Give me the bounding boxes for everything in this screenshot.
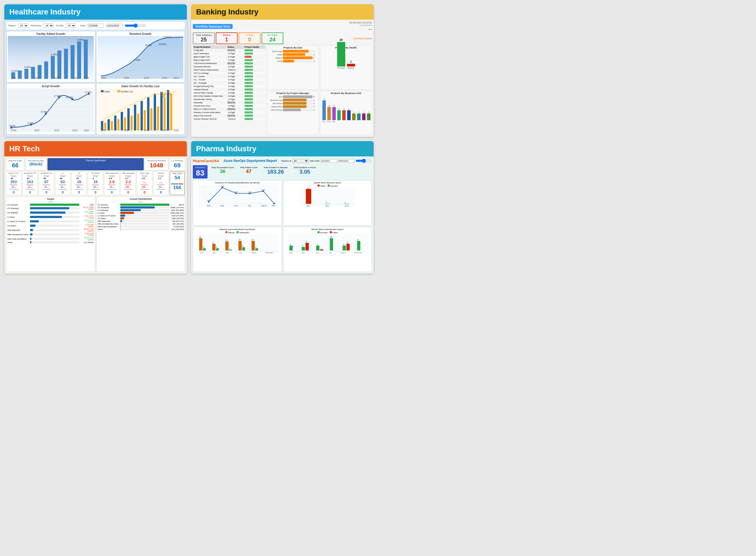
bar-extralarge: Extra Large 7 <box>268 50 318 53</box>
pharma-card: Pharma Industry PharmCareUSA Azure DevOp… <box>191 141 374 274</box>
svg-rect-152 <box>196 234 278 253</box>
svg-text:3: 3 <box>302 245 303 247</box>
svg-text:0.84%: 0.84% <box>9 125 16 127</box>
offer-select-col: Offer Select 54 Overall Joins 166 <box>170 171 185 195</box>
healthcare-body: Region All Pharmacy All Facility All Dat… <box>4 20 187 137</box>
pharmacy-select[interactable]: All <box>44 24 54 28</box>
svg-text:September: September <box>354 252 362 253</box>
svg-text:4: 4 <box>290 243 291 245</box>
manual-report-chart: Month Wise Manual report Failed Succeed … <box>283 180 372 226</box>
svg-rect-75 <box>137 114 139 130</box>
pharma-subtitle: Azure DevOps Depolyment Report <box>222 159 279 163</box>
hard-copy-col: Hard Copy Target1.9 ... Required Inf... … <box>137 171 152 195</box>
svg-rect-106 <box>367 113 371 120</box>
svg-rect-71 <box>111 121 112 131</box>
hrtech-card: HR Tech Elapsed Days 66 Remaining Days (… <box>4 141 187 274</box>
end-date-input[interactable] <box>338 159 355 163</box>
kpi-atrisk: At Risk 0 <box>239 32 260 44</box>
table-row: G/L + Axiom In-Flight OnTrack <box>193 75 266 78</box>
svg-text:3.23: 3.23 <box>261 189 265 191</box>
svg-text:June: June <box>315 252 319 253</box>
svg-rect-159 <box>216 248 219 250</box>
minutes-kpi: Total Duration In Minutes 183.26 <box>261 165 290 178</box>
svg-text:Sep: Sep <box>272 205 275 207</box>
kpi-behind: Behind 1 <box>216 32 237 44</box>
svg-text:15.91%: 15.91% <box>163 36 171 38</box>
date-label: Date <box>80 24 85 27</box>
pb-cv-sourced: CV Sourced 1100 <box>7 204 94 206</box>
pipeline-id-select[interactable]: All <box>292 159 309 163</box>
svg-rect-163 <box>229 250 232 250</box>
pharma-body: PharmCareUSA Azure DevOps Depolyment Rep… <box>191 157 374 274</box>
svg-rect-78 <box>157 107 159 131</box>
svg-text:1: 1 <box>368 111 369 113</box>
svg-text:6: 6 <box>347 241 348 243</box>
manager-bar-chart: N/A 5 Business Unit 4 Julie Brown <box>268 95 318 111</box>
healthcare-title: Healthcare Industry <box>4 4 187 20</box>
svg-text:4.09: 4.09 <box>220 185 224 187</box>
table-row: Passcode Landed OnTrack <box>193 101 266 104</box>
individual-svg: 4 3 5 4 1 10 4 <box>285 234 371 253</box>
date-slider[interactable] <box>125 23 146 28</box>
region-select[interactable]: All <box>18 24 28 28</box>
svg-text:April: April <box>289 252 293 253</box>
healthcare-charts-grid: Facility Added Growth <box>6 31 185 135</box>
pharma-title: Pharma Industry <box>191 141 374 157</box>
svg-rect-146 <box>344 204 349 204</box>
pb-hard-copy: Hard Copy acceptance 94.62 | 123 (100%) <box>7 237 94 241</box>
date-to[interactable] <box>106 24 123 28</box>
table-row: Asset Verification In-Flight OnTrack <box>193 52 266 55</box>
svg-rect-197 <box>357 241 360 250</box>
banking-right-panels: Projects By Health 24 On Track 1 Behind <box>320 45 372 135</box>
vbar-behind: 1 Behind <box>347 60 355 69</box>
manual-individual-legend: Manual IndividualCI <box>194 231 281 234</box>
pharma-kpi-row: Total Runs 83 Total Succeeded Count 36 T… <box>193 165 372 178</box>
bar-jb: Julie Brown 4 <box>268 102 318 105</box>
svg-text:2010: 2010 <box>144 77 149 79</box>
svg-rect-32 <box>8 88 94 132</box>
pipeline-id-label: Pipeline Id <box>281 160 291 162</box>
table-row: PowerFrame Docs In-Flight OnTrack <box>193 104 266 108</box>
apb-cv-selected: CV Selected 6401 (60.48%) <box>98 209 184 211</box>
target-chart: Target 100% CV Sourced 1100 CV Screened … <box>6 196 95 272</box>
table-row: Hubkey Intranet In-Flight OnTrack <box>193 88 266 91</box>
apb-offer-accepted: Offer Accepted by Candi... 190 (100.8%) <box>98 223 184 225</box>
svg-text:April: April <box>306 205 310 207</box>
tg-select-col: TG Select Target9 16 Required -In... Yes… <box>88 171 103 195</box>
banking-body: Portfolio Summary View 02-09-2022 00:02:… <box>191 20 374 137</box>
svg-text:April: April <box>207 205 210 207</box>
script-growth-chart: Script Growth <box>6 83 95 135</box>
svg-text:2020: 2020 <box>173 77 178 79</box>
svg-rect-65 <box>140 101 143 131</box>
date-range-slider[interactable] <box>356 158 372 164</box>
l1-pending-box: L1 Pending 69 <box>169 158 185 170</box>
pharma-charts-grid: Variance of TotalDurationMinutes by Mont… <box>193 180 372 272</box>
facility-select[interactable]: All <box>66 24 76 28</box>
facility-growth-svg: 0.12% 0.39% 3.30% 4.88% 2000 2005 2010 2… <box>8 36 94 79</box>
individual-legend: Succeed Failed <box>285 231 371 234</box>
svg-text:2015: 2015 <box>162 129 167 132</box>
table-row: Sunrise Release 2022.00 Check-In OnTrack <box>193 117 266 121</box>
svg-rect-180 <box>287 234 368 253</box>
svg-text:8.73%: 8.73% <box>41 111 47 113</box>
sales-growth-svg: Sales Facility Lost <box>98 88 184 132</box>
variance-chart: Variance of TotalDurationMinutes by Mont… <box>193 180 282 226</box>
svg-rect-67 <box>154 94 156 131</box>
portfolio-btn[interactable]: Portfolio Summary View <box>193 24 233 29</box>
svg-text:3: 3 <box>329 104 330 107</box>
svg-text:15.19%: 15.19% <box>66 96 73 99</box>
svg-text:Contr...: Contr... <box>332 121 336 123</box>
selected-cvs-col: Selected CVs Target60 97 Required -In...… <box>39 171 54 195</box>
summary-link[interactable]: → Summary Report <box>350 37 372 40</box>
pb-offer-approved: Offer Approved -93.62 | 315 (100%) <box>7 228 94 232</box>
start-date-input[interactable] <box>321 159 337 163</box>
svg-text:2000: 2000 <box>11 129 17 132</box>
date-from[interactable] <box>88 24 104 28</box>
svg-text:1: 1 <box>326 201 327 204</box>
svg-text:Accou...: Accou... <box>327 121 332 123</box>
table-row: Google/Samsung Pay In-Flight OnTrack <box>193 85 266 88</box>
table-row: CoE Process Refinement Landed OnTrack <box>193 62 266 65</box>
bar-large: Large 6 <box>268 53 318 56</box>
apb-cv-screened: CV Screened 10600 (70.47%) <box>98 206 184 209</box>
svg-text:6.23%: 6.23% <box>28 122 34 124</box>
